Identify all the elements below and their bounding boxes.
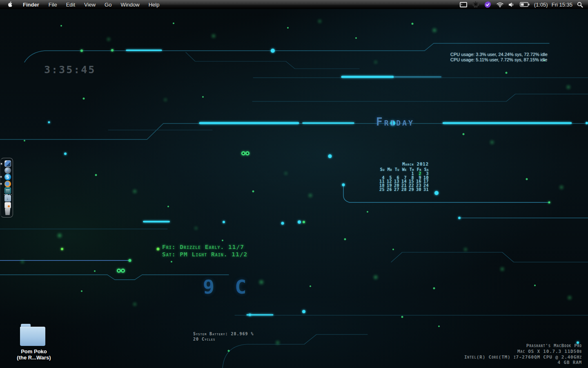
calendar-day: 4	[382, 175, 385, 180]
calendar-day: 3	[426, 171, 430, 175]
music-note-icon: ♪	[7, 168, 9, 173]
calendar-day: 20	[394, 183, 400, 187]
calendar-day: 9	[419, 175, 422, 180]
menu-window[interactable]: Window	[116, 0, 144, 9]
calendar-day: 16	[416, 179, 422, 183]
calendar-day: 7	[404, 175, 408, 180]
calendar-day: 15	[409, 179, 415, 183]
cpu-line-2: CPU usage: 5.11% user, 7.72% sys, 87.15%…	[450, 57, 548, 63]
battery-line-1: System Battery: 28.969 %	[193, 332, 254, 337]
battery-line-2: 20 Cycles	[193, 337, 254, 342]
folder-icon	[11, 324, 56, 346]
system-info-widget: Prashant's MacBook Pro Mac OS X 10.7.3 1…	[464, 343, 582, 366]
calendar-day: 12	[387, 179, 393, 183]
terminal-icon	[460, 2, 467, 7]
cpu-usage-widget: CPU usage: 3.3% user, 24.24% sys, 72.72%…	[450, 52, 548, 63]
shield-menu-extra[interactable]	[483, 0, 492, 9]
cpu-line-1: CPU usage: 3.3% user, 24.24% sys, 72.72%…	[450, 52, 548, 57]
shield-check-icon	[484, 1, 491, 8]
battery-time-remaining[interactable]: (1:05)	[534, 2, 548, 8]
calendar-day: 30	[416, 187, 422, 191]
calendar-day: 23	[416, 183, 422, 187]
calendar-day-header: Tu	[395, 167, 400, 171]
dock-item-finder[interactable]	[4, 160, 11, 167]
gear-icon	[472, 1, 479, 8]
calendar-grid: SuMoTuWeThFrSa12345678910111213141516171…	[378, 167, 430, 191]
calendar-day-header: Th	[410, 167, 415, 171]
clock-widget: 3:35:45	[44, 64, 96, 76]
calendar-day: 29	[409, 187, 415, 191]
menu-file[interactable]: File	[44, 0, 62, 9]
wifi-icon	[497, 2, 503, 7]
calendar-day: 26	[387, 187, 393, 191]
dock-item-downloads-folder[interactable]: ↓	[4, 195, 11, 202]
spotlight-menu-extra[interactable]	[576, 0, 584, 9]
calendar-day: 5	[389, 175, 393, 180]
temperature-unit: C	[235, 276, 246, 298]
weather-line-2: Sat: PM Light Rain. 11/2	[162, 251, 247, 258]
weather-line-1: Fri: Drizzle Early. 11/7	[162, 243, 247, 251]
menu-bar-status: (1:05) Fri 15:35	[459, 0, 588, 9]
calendar-day: 22	[409, 183, 415, 187]
dock: ♪ S ↓	[0, 158, 13, 218]
calendar-day: 21	[401, 183, 408, 187]
calendar-day: 10	[423, 175, 430, 180]
calendar-day	[392, 171, 393, 175]
terminal-menu-extra[interactable]	[459, 0, 468, 9]
calendar-day-header: Sa	[424, 167, 430, 171]
skype-s-icon: S	[6, 175, 9, 180]
dock-item-trash[interactable]	[4, 209, 11, 215]
desktop-folder-pom-poko[interactable]: Pom Poko (the R...Wars)	[11, 324, 56, 361]
calendar-day	[385, 171, 385, 175]
gear-menu-extra[interactable]	[472, 0, 480, 9]
temperature-value: 9	[203, 276, 214, 298]
weather-widget: Fri: Drizzle Early. 11/7 Sat: PM Light R…	[162, 243, 247, 258]
dock-item-itunes[interactable]: ♪	[4, 167, 11, 174]
wifi-menu-extra[interactable]	[496, 0, 504, 9]
menu-help[interactable]: Help	[144, 0, 164, 9]
calendar-day: 8	[411, 175, 415, 180]
spotlight-icon	[577, 2, 583, 8]
dock-item-firefox[interactable]	[4, 181, 11, 187]
calendar-day	[407, 171, 408, 175]
menu-app-name[interactable]: Finder	[18, 0, 44, 9]
folder-label-line-1: Pom Poko	[11, 348, 56, 355]
calendar-today: 2	[419, 171, 422, 175]
battery-widget: System Battery: 28.969 % 20 Cycles	[193, 332, 254, 342]
calendar-day-header: Mo	[388, 167, 393, 171]
dock-item-documents[interactable]	[4, 202, 11, 209]
menu-bar: Finder File Edit View Go Window Help	[0, 0, 588, 9]
down-arrow-icon: ↓	[7, 196, 9, 201]
menu-go[interactable]: Go	[100, 0, 116, 9]
folder-label-line-2: (the R...Wars)	[11, 355, 56, 361]
calendar-day: 19	[387, 183, 393, 187]
calendar-day	[399, 171, 400, 175]
battery-icon	[520, 2, 530, 7]
calendar-day: 18	[379, 183, 385, 187]
dock-item-media-app[interactable]	[4, 187, 11, 194]
calendar-day: 6	[396, 175, 400, 180]
menu-view[interactable]: View	[80, 0, 100, 9]
calendar-day: 25	[379, 187, 385, 191]
calendar-day: 11	[379, 179, 385, 183]
dock-item-skype[interactable]: S	[4, 174, 11, 180]
calendar-day: 27	[394, 187, 400, 191]
menu-bar-clock[interactable]: Fri 15:35	[552, 2, 572, 8]
calendar-day: 14	[401, 179, 408, 183]
calendar-widget: March 2012 SuMoTuWeThFrSa123456789101112…	[378, 162, 430, 191]
apple-icon	[7, 1, 13, 8]
calendar-day-header: Fr	[417, 167, 422, 171]
day-name-widget: Friday	[376, 116, 414, 128]
battery-menu-extra[interactable]	[519, 0, 530, 9]
calendar-day: 13	[394, 179, 400, 183]
calendar-day: 28	[401, 187, 408, 191]
volume-icon	[509, 2, 514, 7]
menu-bar-left: Finder File Edit View Go Window Help	[0, 0, 164, 9]
calendar-day: 17	[423, 179, 430, 183]
volume-menu-extra[interactable]	[508, 0, 515, 9]
system-info-cpu: Intel(R) Core(TM) i7-2760QM CPU @ 2.40GH…	[464, 355, 582, 360]
system-info-os: Mac OS X 10.7.3 11D50b	[464, 349, 582, 355]
menu-edit[interactable]: Edit	[62, 0, 80, 9]
apple-menu[interactable]	[6, 0, 18, 9]
calendar-day-header: We	[402, 167, 408, 171]
